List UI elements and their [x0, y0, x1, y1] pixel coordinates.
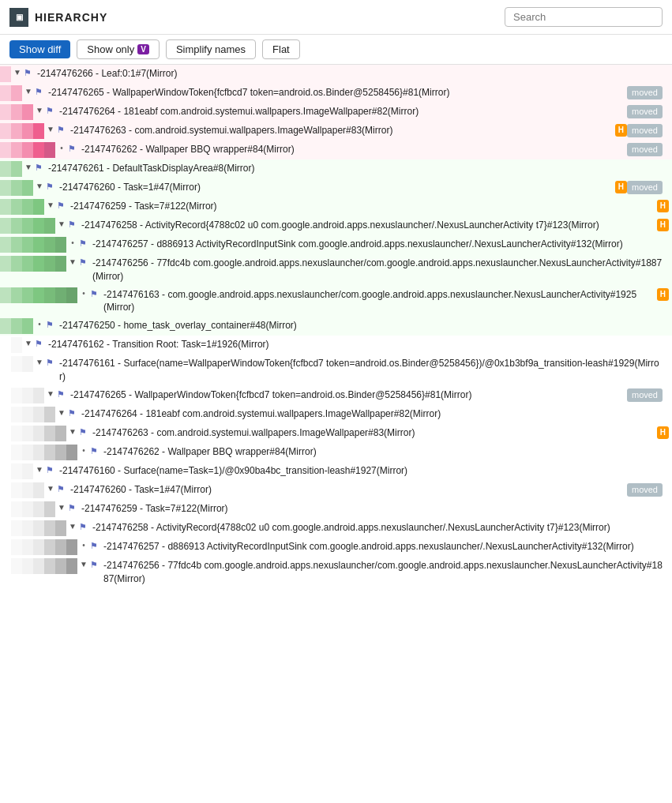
- collapse-icon[interactable]: ▼: [33, 357, 46, 368]
- node-flag-icon: ⚑: [57, 388, 68, 400]
- node-text: -2147476163 - com.google.android.apps.ne…: [103, 288, 654, 315]
- collapse-icon[interactable]: ▼: [44, 124, 57, 135]
- color-bands: [0, 463, 33, 479]
- tree-row[interactable]: ▼⚑-2147476256 - 77fdc4b com.google.andro…: [0, 557, 672, 588]
- tree-row[interactable]: ▼⚑-2147476259 - Task=7#122(Mirror)H: [0, 197, 672, 216]
- node-text: -2147476260 - Task=1#47(Mirror): [59, 181, 612, 194]
- tree-row[interactable]: ▼⚑-2147476261 - DefaultTaskDisplayArea#8…: [0, 159, 672, 178]
- collapse-icon[interactable]: ▼: [66, 257, 79, 268]
- h-badge: H: [657, 426, 669, 439]
- moved-badge: moved: [627, 483, 663, 497]
- tree-row[interactable]: ▼⚑-2147476161 - Surface(name=WallpaperWi…: [0, 355, 672, 386]
- collapse-icon[interactable]: ▼: [44, 388, 57, 400]
- node-flag-icon: ⚑: [35, 338, 46, 350]
- tree-row[interactable]: •⚑-2147476163 - com.google.android.apps.…: [0, 286, 672, 317]
- collapse-icon[interactable]: ▼: [44, 200, 57, 211]
- moved-badge: moved: [627, 124, 663, 137]
- collapse-icon[interactable]: ▼: [77, 559, 90, 570]
- h-badge: H: [657, 219, 669, 231]
- tree-row[interactable]: •⚑-2147476262 - Wallpaper BBQ wrapper#84…: [0, 443, 672, 462]
- show-only-button[interactable]: Show only V: [77, 39, 160, 59]
- color-bands: [0, 337, 22, 353]
- color-bands: [0, 287, 77, 303]
- tree-row[interactable]: •⚑-2147476250 - home_task_overlay_contai…: [0, 317, 672, 336]
- collapse-icon[interactable]: ▼: [66, 426, 79, 437]
- color-bands: [0, 218, 55, 234]
- tree-row[interactable]: ▼⚑-2147476263 - com.android.systemui.wal…: [0, 424, 672, 443]
- color-bands: [0, 539, 77, 555]
- expand-icon[interactable]: •: [77, 288, 90, 299]
- tree-row[interactable]: ▼⚑-2147476162 - Transition Root: Task=1#…: [0, 336, 672, 355]
- color-bands: [0, 237, 66, 253]
- moved-badge: moved: [627, 86, 663, 99]
- collapse-icon[interactable]: ▼: [33, 105, 46, 116]
- node-flag-icon: ⚑: [57, 200, 68, 212]
- moved-badge: moved: [627, 181, 663, 194]
- tree-row[interactable]: ▼⚑-2147476266 - Leaf:0:1#7(Mirror): [0, 65, 672, 84]
- collapse-icon[interactable]: ▼: [66, 521, 79, 532]
- node-text: -2147476258 - ActivityRecord{4788c02 u0 …: [81, 219, 654, 232]
- moved-badge: moved: [627, 105, 663, 118]
- node-flag-icon: ⚑: [46, 105, 57, 117]
- collapse-icon[interactable]: ▼: [44, 483, 57, 494]
- tree-row[interactable]: ▼⚑-2147476264 - 181eabf com.android.syst…: [0, 405, 672, 424]
- node-flag-icon: ⚑: [46, 464, 57, 476]
- expand-icon[interactable]: •: [66, 238, 79, 249]
- collapse-icon[interactable]: ▼: [22, 338, 35, 349]
- tree-row[interactable]: ▼⚑-2147476160 - Surface(name=Task=1)/@0x…: [0, 462, 672, 481]
- node-text: -2147476250 - home_task_overlay_containe…: [59, 319, 669, 332]
- expand-icon[interactable]: •: [77, 445, 90, 456]
- node-flag-icon: ⚑: [57, 483, 68, 495]
- color-bands: [0, 161, 22, 177]
- node-text: -2147476261 - DefaultTaskDisplayArea#8(M…: [48, 162, 669, 175]
- node-text: -2147476259 - Task=7#122(Mirror): [70, 200, 654, 213]
- node-text: -2147476264 - 181eabf com.android.system…: [81, 407, 669, 421]
- node-flag-icon: ⚑: [68, 143, 79, 155]
- collapse-icon[interactable]: ▼: [55, 219, 68, 230]
- tree-row[interactable]: ▼⚑-2147476260 - Task=1#47(Mirror)moved: [0, 481, 672, 500]
- tree-row[interactable]: ▼⚑-2147476265 - WallpaperWindowToken{fcf…: [0, 386, 672, 405]
- toolbar: Show diff Show only V Simplify names Fla…: [0, 35, 672, 65]
- tree-row[interactable]: ▼⚑-2147476263 - com.android.systemui.wal…: [0, 122, 672, 141]
- tree-row[interactable]: ▼⚑-2147476258 - ActivityRecord{4788c02 u…: [0, 519, 672, 538]
- header: ▣ HIERARCHY: [0, 0, 672, 35]
- collapse-icon[interactable]: ▼: [33, 464, 46, 475]
- collapse-icon[interactable]: ▼: [11, 67, 24, 78]
- tree-row[interactable]: •⚑-2147476257 - d886913 ActivityRecordIn…: [0, 235, 672, 254]
- simplify-names-button[interactable]: Simplify names: [166, 39, 256, 59]
- collapse-icon[interactable]: ▼: [33, 181, 46, 192]
- collapse-icon[interactable]: ▼: [55, 502, 68, 513]
- color-bands: [0, 85, 22, 101]
- tree-row[interactable]: ▼⚑-2147476265 - WallpaperWindowToken{fcf…: [0, 84, 672, 103]
- color-bands: [0, 142, 55, 158]
- tree-row[interactable]: ▼⚑-2147476264 - 181eabf com.android.syst…: [0, 103, 672, 122]
- color-bands: [0, 180, 33, 196]
- tree-row[interactable]: •⚑-2147476257 - d886913 ActivityRecordIn…: [0, 538, 672, 557]
- tree-row[interactable]: ▼⚑-2147476258 - ActivityRecord{4788c02 u…: [0, 216, 672, 235]
- node-text: -2147476265 - WallpaperWindowToken{fcfbc…: [48, 86, 627, 99]
- tree-row[interactable]: ▼⚑-2147476259 - Task=7#122(Mirror): [0, 500, 672, 519]
- color-bands: [0, 520, 66, 536]
- collapse-icon[interactable]: ▼: [22, 86, 35, 97]
- search-input[interactable]: [505, 7, 663, 27]
- app-container: ▣ HIERARCHY Show diff Show only V Simpli…: [0, 0, 672, 797]
- node-flag-icon: ⚑: [57, 124, 68, 136]
- show-diff-button[interactable]: Show diff: [9, 40, 70, 58]
- node-text: -2147476259 - Task=7#122(Mirror): [81, 502, 669, 516]
- node-text: -2147476256 - 77fdc4b com.google.android…: [92, 257, 669, 283]
- tree-row[interactable]: •⚑-2147476262 - Wallpaper BBQ wrapper#84…: [0, 141, 672, 159]
- node-flag-icon: ⚑: [90, 288, 101, 300]
- expand-icon[interactable]: •: [55, 143, 68, 154]
- tree-row[interactable]: ▼⚑-2147476256 - 77fdc4b com.google.andro…: [0, 254, 672, 286]
- expand-icon[interactable]: •: [77, 540, 90, 551]
- expand-icon[interactable]: •: [33, 319, 46, 330]
- color-bands: [0, 482, 44, 498]
- node-flag-icon: ⚑: [90, 559, 101, 571]
- collapse-icon[interactable]: ▼: [55, 407, 68, 418]
- node-text: -2147476263 - com.android.systemui.wallp…: [70, 124, 612, 137]
- tree-row[interactable]: ▼⚑-2147476260 - Task=1#47(Mirror)Hmoved: [0, 178, 672, 197]
- color-bands: [0, 445, 77, 460]
- collapse-icon[interactable]: ▼: [22, 162, 35, 173]
- h-badge: H: [657, 200, 669, 212]
- flat-button[interactable]: Flat: [262, 39, 300, 59]
